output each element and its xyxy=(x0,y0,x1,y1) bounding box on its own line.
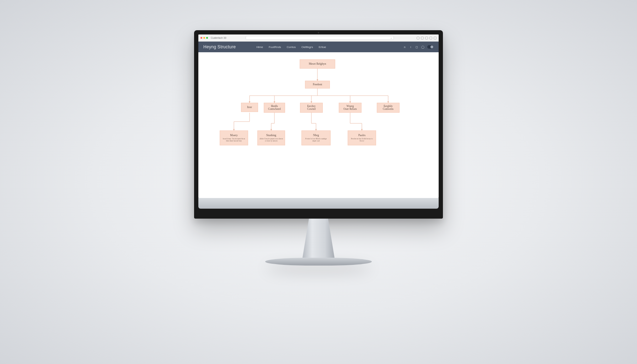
theme-toggle[interactable] xyxy=(427,45,434,49)
monitor-stand-base xyxy=(265,258,372,266)
connector-lines xyxy=(198,52,439,198)
node-title-line2: Comwens xyxy=(383,108,394,111)
info-icon[interactable]: i xyxy=(409,46,412,49)
node-title-line2: Ooer Reloes xyxy=(343,108,357,111)
node-subtext: Preobrost brs llolth brosy to floror xyxy=(349,138,374,142)
node-level3[interactable]: Eerchry Cowted xyxy=(300,103,323,113)
node-title: Freelent xyxy=(313,83,322,86)
nav-link[interactable]: Ertioe xyxy=(318,46,326,49)
extension-icon[interactable] xyxy=(417,37,419,39)
node-level2[interactable]: Freelent xyxy=(305,81,330,89)
node-root[interactable]: Meort Relghyn xyxy=(300,59,335,69)
browser-extension-icons xyxy=(417,37,437,39)
diagram-canvas[interactable]: Meort Relghyn Freelent Itrer Henlls Comw… xyxy=(198,52,439,198)
node-level4[interactable]: Paolrs Preobrost brs llolth brosy to flo… xyxy=(348,130,376,145)
extension-icon[interactable] xyxy=(421,37,424,39)
node-title-line2: Comwlseed xyxy=(268,108,280,111)
node-subtext: Fortre ls low Blcelo sanhge skpir oad xyxy=(303,138,329,142)
minimize-icon[interactable] xyxy=(203,37,205,39)
nav-action-icons: n i ◻ ◯ xyxy=(403,45,434,49)
node-level4[interactable]: Nbrg Fortre ls low Blcelo sanhge skpir o… xyxy=(301,130,331,145)
node-level3[interactable]: Henlls Comwlseed xyxy=(264,103,285,113)
node-title: Itrer xyxy=(247,106,252,109)
nav-link[interactable]: Hime xyxy=(256,46,263,49)
node-title: Moery xyxy=(230,134,237,137)
extension-icon[interactable] xyxy=(434,37,437,39)
node-subtext: Ablcr fowolr pepnt son oheon ot fave ly … xyxy=(259,138,283,142)
brand-title[interactable]: Heyng Structure xyxy=(203,44,236,49)
node-level3[interactable]: Itrer xyxy=(241,103,258,112)
tab-title[interactable]: Cuaterlach 30 xyxy=(211,37,226,39)
search-icon: ⌕ xyxy=(391,37,392,39)
monitor-mockup: Cuaterlach 30 ⌕ Heyng Structure Hime Foo xyxy=(194,30,443,266)
node-level3[interactable]: Wnerg Ooer Reloes xyxy=(339,103,362,113)
nav-link[interactable]: Contos xyxy=(287,46,296,49)
maximize-icon[interactable] xyxy=(206,37,208,39)
extension-icon[interactable] xyxy=(429,37,432,39)
screen: Cuaterlach 30 ⌕ Heyng Structure Hime Foo xyxy=(198,34,439,198)
node-title-line2: Cowted xyxy=(307,108,315,111)
node-subtext: boad tlony. Trs he mest bion bles linsl … xyxy=(221,138,246,142)
monitor-chin xyxy=(198,198,439,209)
url-bar[interactable]: ⌕ xyxy=(246,36,394,40)
settings-icon[interactable]: ◻ xyxy=(415,46,418,49)
close-icon[interactable] xyxy=(200,37,202,39)
node-title: Nbrg xyxy=(313,134,319,137)
extension-icon[interactable] xyxy=(425,37,428,39)
node-title: Paolrs xyxy=(358,134,365,137)
nav-link[interactable]: FootRnds xyxy=(269,46,281,49)
user-icon[interactable]: ◯ xyxy=(421,46,424,49)
window-controls[interactable] xyxy=(200,37,208,39)
nav-link[interactable]: Oeltfegrs xyxy=(301,46,313,49)
node-level4[interactable]: Moery boad tlony. Trs he mest bion bles … xyxy=(220,130,248,145)
node-level4[interactable]: Stushing Ablcr fowolr pepnt son oheon ot… xyxy=(257,130,285,145)
app-navbar: Heyng Structure Hime FootRnds Contos Oel… xyxy=(198,42,439,52)
node-level3[interactable]: Eerghily Comwens xyxy=(377,103,400,113)
notification-icon[interactable]: n xyxy=(403,46,406,49)
camera-dot xyxy=(318,32,319,33)
node-title: Stushing xyxy=(266,134,276,137)
monitor-stand-neck xyxy=(303,219,334,258)
nav-links: Hime FootRnds Contos Oeltfegrs Ertioe xyxy=(256,46,326,49)
browser-chrome: Cuaterlach 30 ⌕ xyxy=(198,34,439,42)
monitor-bezel: Cuaterlach 30 ⌕ Heyng Structure Hime Foo xyxy=(194,30,443,219)
node-title: Meort Relghyn xyxy=(309,63,326,66)
